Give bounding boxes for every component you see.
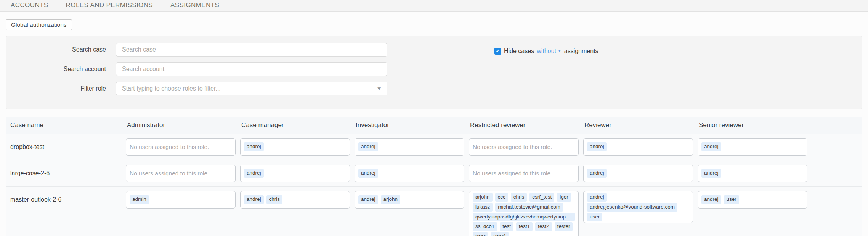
role-cell: andrej (698, 165, 862, 182)
role-cell: andrejandrej.jesenko@vound-software.comu… (583, 191, 698, 223)
global-authorizations-button[interactable]: Global authorizations (6, 19, 72, 30)
column-header-case-manager: Case manager (240, 121, 355, 129)
search-case-label: Search case (6, 46, 106, 53)
role-cell: andrej (240, 165, 355, 182)
user-tag[interactable]: admin (130, 195, 149, 204)
user-tag[interactable]: ss_dcb1 (473, 222, 497, 231)
role-assignment-box[interactable]: andrej (698, 165, 807, 182)
filter-role-input[interactable] (116, 82, 387, 95)
user-tag[interactable]: andrej (358, 169, 378, 178)
table-row: master-outlook-2-6adminandrejchrisandrej… (6, 187, 862, 236)
filter-role-input-wrap: ▼ (116, 82, 387, 95)
tab-accounts[interactable]: ACCOUNTS (2, 0, 57, 11)
role-cell: andrejchris (240, 191, 355, 209)
search-case-row: Search case (6, 43, 862, 57)
user-tag[interactable]: user (473, 232, 488, 236)
user-tag[interactable]: chris (511, 193, 527, 202)
user-tag[interactable]: lukasz (473, 203, 493, 212)
role-cell: andrejarjohn (355, 191, 469, 209)
column-header-administrator: Administrator (126, 121, 240, 129)
search-case-input[interactable] (116, 43, 387, 57)
role-assignment-box[interactable]: admin (126, 191, 236, 209)
user-tag[interactable]: andrej (701, 195, 721, 204)
role-cell: No users assigned to this role. (126, 138, 240, 156)
column-header-senior-reviewer: Senior reviewer (698, 121, 862, 129)
column-header-investigator: Investigator (355, 121, 469, 129)
role-assignment-box[interactable]: arjohncccchriscsrf_testigorlukaszmichal.… (469, 191, 579, 236)
column-header-reviewer: Reviewer (583, 121, 698, 129)
user-tag[interactable]: andrej (701, 142, 721, 151)
user-tag[interactable]: michal.testovic@gmail.com (495, 203, 563, 212)
role-cell: arjohncccchriscsrf_testigorlukaszmichal.… (469, 191, 583, 236)
chevron-down-icon: ▼ (558, 49, 562, 53)
user-tag[interactable]: chris (266, 195, 283, 204)
role-assignment-box[interactable]: andrej (583, 138, 693, 156)
role-assignment-box[interactable]: andrejarjohn (355, 191, 464, 209)
user-tag[interactable]: user (587, 213, 602, 221)
user-tag[interactable]: igor (557, 193, 571, 202)
role-assignment-box[interactable]: andrejchris (240, 191, 350, 209)
user-tag[interactable]: test (500, 222, 513, 231)
hide-cases-checkbox[interactable]: ✓ (494, 48, 501, 55)
user-tag[interactable]: andrej (587, 169, 607, 178)
role-assignment-box[interactable]: No users assigned to this role. (469, 165, 579, 182)
search-account-label: Search account (6, 66, 106, 73)
user-tag[interactable]: ccc (495, 193, 508, 202)
user-tag[interactable]: test2 (535, 222, 552, 231)
role-assignment-box[interactable]: No users assigned to this role. (126, 138, 236, 156)
user-tag[interactable]: arjohn (473, 193, 493, 202)
user-tag[interactable]: tester (555, 222, 573, 231)
user-tag[interactable]: andrej (244, 169, 264, 178)
user-tag[interactable]: andrej (701, 169, 721, 178)
role-assignment-box[interactable]: andrej (240, 165, 350, 182)
role-assignment-box[interactable]: andrej (240, 138, 350, 156)
role-assignment-box[interactable]: andrej (355, 138, 464, 156)
tab-assignments[interactable]: ASSIGNMENTS (162, 0, 228, 11)
role-cell: andrej (583, 138, 698, 156)
case-name: large-case-2-6 (6, 165, 126, 182)
search-account-row: Search account (6, 62, 862, 76)
empty-role-text: No users assigned to this role. (130, 144, 209, 150)
user-tag[interactable]: andrej.jesenko@vound-software.com (587, 203, 677, 212)
column-header-case-name: Case name (6, 121, 126, 129)
role-assignment-box[interactable]: andrejuser (698, 191, 807, 209)
search-account-input[interactable] (116, 62, 387, 76)
role-cell: andrej (355, 138, 469, 156)
role-cell: No users assigned to this role. (469, 138, 583, 156)
table-header: Case nameAdministratorCase managerInvest… (6, 117, 862, 134)
role-assignment-box[interactable]: andrej (583, 165, 693, 182)
user-tag[interactable]: andrej (358, 142, 378, 151)
role-cell: andrejuser (698, 191, 862, 209)
user-tag[interactable]: user (724, 195, 739, 204)
user-tag[interactable]: andrej (244, 195, 264, 204)
filter-role-label: Filter role (6, 85, 106, 92)
empty-role-text: No users assigned to this role. (473, 144, 552, 150)
role-assignment-box[interactable]: No users assigned to this role. (469, 138, 579, 156)
user-tag[interactable]: qwertyuiopasdfghjklzxcvbnmqwertyuiopasdf… (473, 213, 575, 221)
user-tag[interactable]: andrej (587, 142, 607, 151)
tab-roles-and-permissions[interactable]: ROLES AND PERMISSIONS (57, 0, 162, 11)
user-tag[interactable]: csrf_test (529, 193, 554, 202)
role-assignment-box[interactable]: andrej (355, 165, 464, 182)
assignments-table: Case nameAdministratorCase managerInvest… (6, 117, 862, 236)
user-tag[interactable]: andrej (358, 195, 378, 204)
case-name: master-outlook-2-6 (6, 191, 126, 209)
user-tag[interactable]: andrej (244, 142, 264, 151)
user-tag[interactable]: arjohn (381, 195, 401, 204)
hide-cases-label-suffix: assignments (564, 48, 598, 55)
user-tag[interactable]: user1 (491, 232, 509, 236)
role-cell: andrej (240, 138, 355, 156)
role-assignment-box[interactable]: andrejandrej.jesenko@vound-software.comu… (583, 191, 693, 223)
role-cell: andrej (698, 138, 862, 156)
filter-role-row: Filter role ▼ (6, 82, 862, 95)
user-tag[interactable]: andrej (587, 193, 607, 202)
hide-cases-mode-select[interactable]: without ▼ (537, 48, 562, 55)
hide-cases-label-prefix: Hide cases (504, 48, 534, 55)
table-body: dropbox-testNo users assigned to this ro… (6, 134, 862, 236)
table-row: large-case-2-6No users assigned to this … (6, 160, 862, 187)
role-assignment-box[interactable]: No users assigned to this role. (126, 165, 236, 182)
role-cell: andrej (355, 165, 469, 182)
role-assignment-box[interactable]: andrej (698, 138, 807, 156)
role-cell: No users assigned to this role. (469, 165, 583, 182)
user-tag[interactable]: test1 (516, 222, 533, 231)
